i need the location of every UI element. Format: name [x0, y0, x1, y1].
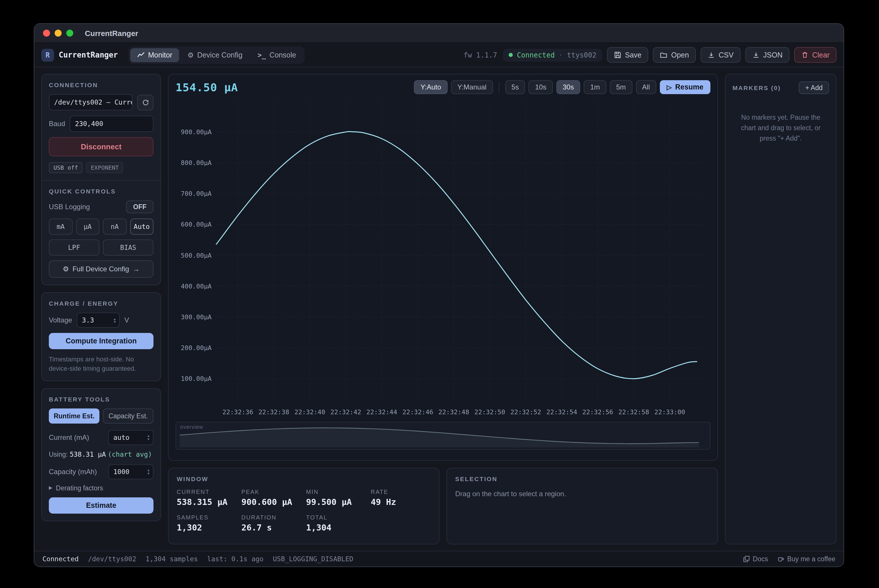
derating-label: Derating factors: [56, 484, 103, 492]
titlebar: CurrentRanger: [34, 24, 843, 43]
tab-console[interactable]: >_ Console: [251, 48, 303, 62]
full-device-config-button[interactable]: ⚙ Full Device Config →: [49, 260, 153, 278]
clear-button[interactable]: Clear: [794, 47, 837, 63]
timestamps-note: Timestamps are host-side. No device-side…: [49, 355, 153, 374]
port-select[interactable]: /dev/ttys002 — CurrentR: [49, 94, 132, 110]
range-all-button[interactable]: All: [636, 80, 657, 94]
battery-tools-header: BATTERY TOOLS: [49, 396, 153, 403]
brand: R CurrentRanger: [41, 48, 118, 61]
current-ma-select[interactable]: auto ▴ ▾: [108, 430, 153, 445]
export-csv-button[interactable]: CSV: [700, 47, 740, 63]
current-chart[interactable]: 22:32:3622:32:3822:32:4022:32:4222:32:44…: [176, 96, 712, 420]
usb-off-badge: USB off: [49, 162, 83, 173]
status-usb-logging: USB_LOGGING_DISABLED: [273, 555, 353, 563]
compute-integration-button[interactable]: Compute Integration: [49, 333, 153, 349]
derating-factors-toggle[interactable]: ▶ Derating factors: [49, 484, 153, 492]
zoom-window-button[interactable]: [66, 30, 73, 37]
buy-coffee-link[interactable]: Buy me a coffee: [777, 555, 835, 562]
stepper-down-icon[interactable]: ▾: [114, 320, 116, 323]
y-manual-button[interactable]: Y:Manual: [451, 80, 493, 94]
using-value: 538.31 µA: [70, 450, 106, 458]
status-port: /dev/ttys002: [88, 555, 136, 563]
usb-logging-label: USB Logging: [49, 203, 90, 211]
resume-label: Resume: [675, 83, 703, 91]
overview-sparkline: [176, 422, 711, 449]
voltage-stepper[interactable]: ▴ ▾: [114, 317, 116, 323]
tab-console-label: Console: [269, 51, 296, 59]
stepper-down-icon[interactable]: ▾: [147, 438, 149, 441]
content: CONNECTION /dev/ttys002 — CurrentR Baud …: [34, 68, 843, 551]
brand-name: CurrentRanger: [59, 51, 118, 59]
range-auto-button[interactable]: Auto: [130, 219, 153, 235]
overview-label: overview: [180, 424, 203, 430]
range-ua-button[interactable]: µA: [76, 219, 99, 235]
open-button[interactable]: Open: [653, 47, 696, 63]
main-tabs: Monitor ⚙ Device Config >_ Console: [128, 46, 305, 64]
range-30s-button[interactable]: 30s: [556, 80, 580, 94]
refresh-ports-button[interactable]: [137, 94, 153, 110]
svg-text:100.00µA: 100.00µA: [181, 375, 212, 382]
usb-logging-toggle[interactable]: OFF: [126, 201, 153, 213]
capacity-input[interactable]: 1000 ▴ ▾: [108, 464, 153, 479]
add-marker-button[interactable]: + Add: [799, 81, 829, 94]
stat-duration: DURATION 26.7 s: [242, 514, 302, 532]
svg-text:200.00µA: 200.00µA: [181, 344, 212, 351]
disconnect-button[interactable]: Disconnect: [49, 137, 153, 156]
status-last: last: 0.1s ago: [207, 555, 264, 563]
bias-button[interactable]: BIAS: [103, 239, 153, 256]
estimate-button[interactable]: Estimate: [49, 497, 153, 514]
save-label: Save: [625, 51, 642, 59]
tab-monitor[interactable]: Monitor: [130, 48, 179, 62]
tab-monitor-label: Monitor: [148, 51, 172, 59]
play-icon: ▷: [667, 83, 672, 91]
window-stats-grid: CURRENT 538.315 µA PEAK 900.600 µA MIN 9…: [177, 489, 431, 532]
save-button[interactable]: Save: [607, 47, 649, 63]
selection-header: SELECTION: [455, 475, 709, 482]
folder-icon: [660, 51, 668, 58]
range-5m-button[interactable]: 5m: [610, 80, 632, 94]
lpf-button[interactable]: LPF: [49, 239, 99, 256]
connection-badge: Connected · ttys002: [503, 48, 602, 61]
close-window-button[interactable]: [43, 30, 50, 37]
chart-overview[interactable]: overview: [176, 422, 711, 450]
svg-text:22:32:38: 22:32:38: [258, 408, 289, 416]
capacity-stepper[interactable]: ▴ ▾: [147, 469, 149, 475]
svg-text:22:32:42: 22:32:42: [331, 408, 361, 416]
stats-row: WINDOW CURRENT 538.315 µA PEAK 900.600 µ…: [168, 468, 718, 544]
coffee-icon: [777, 555, 784, 562]
svg-text:22:32:58: 22:32:58: [618, 408, 649, 416]
monitor-main: 154.50 µA Y:Auto Y:Manual 5s 10s 30s 1m …: [168, 74, 718, 544]
exponent-badge: EXPONENT: [86, 162, 123, 173]
range-na-button[interactable]: nA: [103, 219, 126, 235]
range-10s-button[interactable]: 10s: [529, 80, 553, 94]
docs-link[interactable]: Docs: [743, 555, 768, 562]
tab-device-config[interactable]: ⚙ Device Config: [180, 48, 249, 62]
battery-tools-card: BATTERY TOOLS Runtime Est. Capacity Est.…: [41, 388, 161, 521]
voltage-value: 3.3: [82, 316, 94, 324]
minimize-window-button[interactable]: [55, 30, 62, 37]
terminal-icon: >_: [257, 51, 266, 59]
baud-input[interactable]: 230,400: [70, 116, 153, 132]
window-stats-header: WINDOW: [177, 475, 431, 482]
voltage-unit: V: [125, 316, 129, 324]
y-auto-button[interactable]: Y:Auto: [414, 80, 448, 94]
markers-title: MARKERS (0): [732, 84, 781, 91]
export-json-label: JSON: [763, 51, 783, 59]
range-1m-button[interactable]: 1m: [584, 80, 606, 94]
markers-empty-text: No markers yet. Pause the chart and drag…: [732, 113, 829, 144]
voltage-input[interactable]: 3.3 ▴ ▾: [77, 313, 120, 328]
live-reading: 154.50 µA: [176, 81, 238, 93]
charge-energy-card: CHARGE / ENERGY Voltage 3.3 ▴ ▾ V Comput…: [41, 292, 161, 381]
capacity-est-tab[interactable]: Capacity Est.: [103, 408, 153, 424]
tab-device-config-label: Device Config: [197, 51, 242, 59]
range-5s-button[interactable]: 5s: [505, 80, 525, 94]
svg-text:22:32:40: 22:32:40: [295, 408, 325, 416]
export-json-button[interactable]: JSON: [745, 47, 790, 63]
current-ma-stepper[interactable]: ▴ ▾: [147, 434, 149, 441]
stepper-down-icon[interactable]: ▾: [147, 472, 149, 475]
runtime-est-tab[interactable]: Runtime Est.: [49, 408, 99, 424]
stat-current: CURRENT 538.315 µA: [177, 489, 237, 507]
resume-button[interactable]: ▷ Resume: [660, 80, 711, 94]
charge-energy-header: CHARGE / ENERGY: [49, 300, 153, 307]
range-ma-button[interactable]: mA: [49, 219, 72, 235]
